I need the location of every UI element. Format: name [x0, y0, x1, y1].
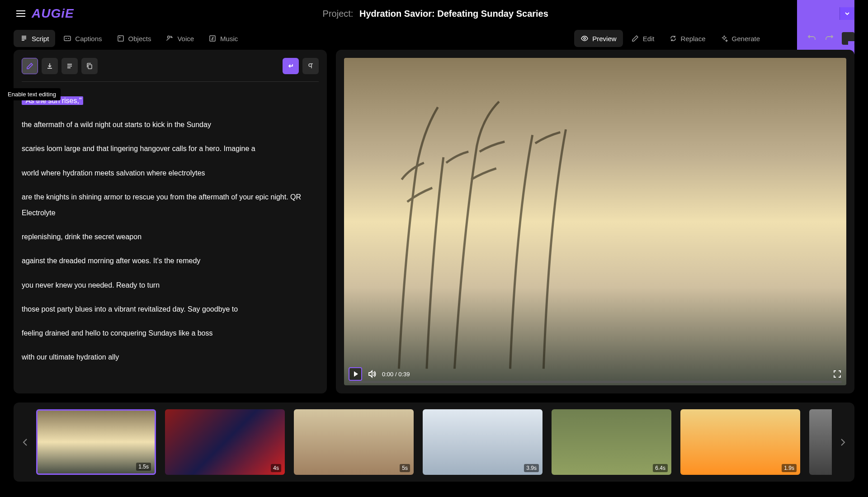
svg-point-3 — [168, 36, 170, 38]
tab-voice[interactable]: Voice — [159, 30, 200, 47]
clip-thumbnail[interactable]: 5s — [294, 409, 414, 475]
list-tool-button[interactable] — [61, 58, 78, 74]
logo: AUGiE — [32, 6, 74, 21]
script-line[interactable]: are the knights in shining armor to resc… — [22, 189, 319, 221]
clip-duration: 1.9s — [782, 464, 797, 472]
toolbar-right — [283, 58, 319, 74]
pencil-icon — [26, 62, 33, 70]
timeline: 1.5s 4s 5s 3.9s 6.4s 1.9s — [14, 402, 854, 482]
clip-duration: 1.5s — [136, 463, 151, 471]
undo-icon[interactable] — [807, 34, 816, 43]
copy-icon — [86, 62, 93, 70]
clip-thumbnail[interactable]: 4s — [165, 409, 285, 475]
left-tabs: Script Captions Objects Voice Music — [14, 30, 244, 47]
menu-button[interactable] — [14, 8, 28, 19]
svg-rect-0 — [64, 36, 71, 41]
list-icon — [66, 62, 73, 70]
clip-duration: 4s — [271, 464, 281, 472]
project-name: Hydration Savior: Defeating Sunday Scari… — [359, 9, 548, 19]
tab-preview[interactable]: Preview — [574, 30, 623, 47]
video-content-graphic — [369, 90, 595, 369]
clips-container: 1.5s 4s 5s 3.9s 6.4s 1.9s — [36, 409, 832, 475]
volume-button[interactable] — [368, 369, 377, 379]
tabs-row: Script Captions Objects Voice Music Prev… — [0, 27, 868, 50]
clip-duration: 6.4s — [653, 464, 668, 472]
svg-point-2 — [119, 37, 120, 38]
enter-tool-button[interactable] — [283, 58, 299, 74]
right-tabs: Preview Edit Replace Generate — [574, 30, 766, 47]
play-button[interactable] — [349, 367, 362, 381]
svg-rect-1 — [118, 36, 123, 41]
script-toolbar — [22, 58, 319, 74]
download-tool-button[interactable] — [42, 58, 58, 74]
music-icon — [208, 34, 217, 43]
script-line[interactable]: replenishing, drink the secret weapon — [22, 229, 319, 245]
tab-script[interactable]: Script — [14, 30, 55, 47]
enter-icon — [287, 62, 294, 70]
script-line[interactable]: feeling drained and hello to conquering … — [22, 325, 319, 341]
script-line[interactable]: against the dreaded morning after woes. … — [22, 253, 319, 269]
clip-duration: 3.9s — [524, 464, 539, 472]
script-line-highlighted[interactable]: "As the sun rises," — [22, 93, 319, 109]
clip-thumbnail[interactable]: 1.9s — [680, 409, 800, 475]
clip-thumbnail[interactable]: 1.5s — [36, 409, 156, 475]
script-line[interactable]: those post party blues into a vibrant re… — [22, 301, 319, 317]
preview-panel: 0:00 / 0:39 — [336, 50, 854, 393]
video-preview[interactable]: 0:00 / 0:39 — [344, 58, 846, 385]
script-icon — [20, 34, 28, 43]
objects-icon — [117, 34, 125, 43]
download-dropdown[interactable] — [840, 7, 854, 20]
edit-icon — [631, 34, 639, 43]
clip-thumbnail[interactable]: 3.9s — [423, 409, 542, 475]
svg-rect-6 — [88, 65, 92, 69]
clip-thumbnail[interactable]: 6.4s — [552, 409, 671, 475]
timeline-next-button[interactable] — [837, 437, 848, 448]
save-icon[interactable] — [842, 32, 854, 45]
clip-duration: 5s — [400, 464, 410, 472]
download-icon — [46, 62, 53, 70]
generate-icon — [720, 34, 728, 43]
paragraph-icon — [307, 62, 314, 70]
script-line[interactable]: scaries loom large and that lingering ha… — [22, 141, 319, 156]
project-label: Project: — [323, 9, 354, 19]
project-title: Project: Hydration Savior: Defeating Sun… — [74, 9, 797, 19]
copy-tool-button[interactable] — [81, 58, 98, 74]
captions-icon — [63, 34, 71, 43]
chevron-down-icon — [844, 11, 850, 16]
tab-replace[interactable]: Replace — [663, 30, 712, 47]
preview-icon — [580, 34, 589, 43]
script-panel: "As the sun rises," the aftermath of a w… — [14, 50, 327, 393]
fullscreen-button[interactable] — [833, 369, 842, 379]
main-content: "As the sun rises," the aftermath of a w… — [0, 50, 868, 393]
tab-generate[interactable]: Generate — [714, 30, 767, 47]
script-line[interactable]: you never knew you needed. Ready to turn — [22, 277, 319, 293]
tooltip: Enable text editing — [3, 88, 61, 100]
toolbar-left — [22, 58, 98, 74]
script-line[interactable]: the aftermath of a wild night out starts… — [22, 117, 319, 133]
time-display: 0:00 / 0:39 — [382, 371, 410, 378]
script-line[interactable]: with our ultimate hydration ally — [22, 349, 319, 365]
tab-captions[interactable]: Captions — [57, 30, 108, 47]
edit-tool-button[interactable] — [22, 58, 38, 74]
redo-icon[interactable] — [825, 34, 834, 43]
tab-edit[interactable]: Edit — [625, 30, 661, 47]
svg-point-5 — [584, 38, 585, 39]
tab-music[interactable]: Music — [202, 30, 244, 47]
replace-icon — [669, 34, 677, 43]
progress-bar[interactable] — [349, 381, 842, 383]
play-icon — [354, 371, 358, 377]
paragraph-tool-button[interactable] — [302, 58, 319, 74]
clip-thumbnail[interactable] — [809, 409, 832, 475]
script-content[interactable]: "As the sun rises," the aftermath of a w… — [22, 81, 319, 373]
tab-objects[interactable]: Objects — [110, 30, 158, 47]
voice-icon — [165, 34, 174, 43]
header-action-icons — [807, 32, 854, 45]
header-bar: AUGiE Project: Hydration Savior: Defeati… — [0, 0, 868, 27]
script-line[interactable]: world where hydration meets salvation wh… — [22, 165, 319, 181]
timeline-prev-button[interactable] — [20, 437, 31, 448]
